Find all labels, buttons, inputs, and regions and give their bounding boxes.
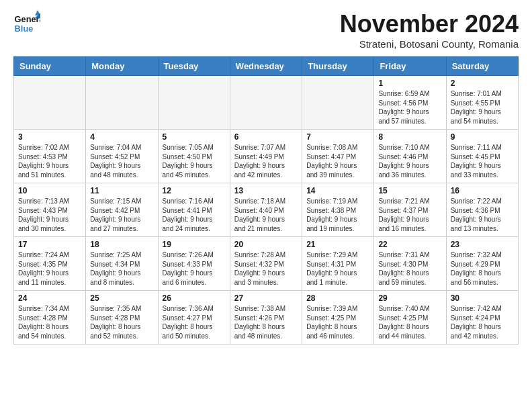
day-info: Sunrise: 7:28 AMSunset: 4:32 PMDaylight:… — [234, 250, 298, 287]
calendar-cell: 18Sunrise: 7:25 AMSunset: 4:34 PMDayligh… — [86, 237, 158, 291]
calendar-cell: 10Sunrise: 7:13 AMSunset: 4:43 PMDayligh… — [14, 183, 86, 237]
calendar-cell — [230, 76, 302, 130]
day-number: 2 — [451, 79, 514, 88]
calendar-cell: 23Sunrise: 7:32 AMSunset: 4:29 PMDayligh… — [446, 237, 518, 291]
day-number: 10 — [18, 186, 81, 195]
calendar-cell: 20Sunrise: 7:28 AMSunset: 4:32 PMDayligh… — [230, 237, 302, 291]
day-number: 15 — [378, 186, 441, 195]
day-number: 1 — [378, 79, 441, 88]
day-info: Sunrise: 7:02 AMSunset: 4:53 PMDaylight:… — [18, 143, 81, 179]
day-info: Sunrise: 7:08 AMSunset: 4:47 PMDaylight:… — [306, 143, 369, 179]
day-number: 13 — [234, 186, 298, 195]
weekday-header-row: Sunday Monday Tuesday Wednesday Thursday… — [14, 57, 519, 76]
header-monday: Monday — [86, 57, 158, 76]
day-number: 9 — [451, 132, 514, 142]
calendar-cell: 29Sunrise: 7:40 AMSunset: 4:25 PMDayligh… — [374, 291, 446, 345]
day-info: Sunrise: 7:38 AMSunset: 4:26 PMDaylight:… — [234, 304, 298, 340]
calendar-cell: 6Sunrise: 7:07 AMSunset: 4:49 PMDaylight… — [230, 130, 302, 183]
day-number: 28 — [306, 293, 369, 303]
day-info: Sunrise: 7:29 AMSunset: 4:31 PMDaylight:… — [306, 250, 369, 287]
header: General Blue November 2024 Strateni, Bot… — [13, 10, 519, 50]
month-title: November 2024 — [340, 10, 519, 38]
calendar-cell: 12Sunrise: 7:16 AMSunset: 4:41 PMDayligh… — [158, 183, 230, 237]
day-info: Sunrise: 7:32 AMSunset: 4:29 PMDaylight:… — [451, 250, 514, 287]
day-number: 30 — [451, 293, 514, 303]
calendar-cell: 30Sunrise: 7:42 AMSunset: 4:24 PMDayligh… — [446, 291, 518, 345]
day-info: Sunrise: 7:11 AMSunset: 4:45 PMDaylight:… — [451, 143, 514, 179]
week-row-3: 17Sunrise: 7:24 AMSunset: 4:35 PMDayligh… — [14, 237, 519, 291]
day-number: 26 — [163, 293, 226, 303]
header-wednesday: Wednesday — [230, 57, 302, 76]
day-number: 19 — [163, 240, 226, 249]
day-info: Sunrise: 7:16 AMSunset: 4:41 PMDaylight:… — [163, 197, 226, 233]
calendar-cell: 16Sunrise: 7:22 AMSunset: 4:36 PMDayligh… — [446, 183, 518, 237]
day-info: Sunrise: 7:26 AMSunset: 4:33 PMDaylight:… — [163, 250, 226, 287]
location: Strateni, Botosani County, Romania — [340, 38, 519, 50]
day-number: 29 — [378, 293, 441, 303]
calendar-cell: 17Sunrise: 7:24 AMSunset: 4:35 PMDayligh… — [14, 237, 86, 291]
title-section: November 2024 Strateni, Botosani County,… — [340, 10, 519, 50]
header-saturday: Saturday — [446, 57, 518, 76]
day-info: Sunrise: 7:24 AMSunset: 4:35 PMDaylight:… — [18, 250, 81, 287]
day-info: Sunrise: 7:13 AMSunset: 4:43 PMDaylight:… — [18, 197, 81, 233]
calendar-cell: 13Sunrise: 7:18 AMSunset: 4:40 PMDayligh… — [230, 183, 302, 237]
day-info: Sunrise: 7:34 AMSunset: 4:28 PMDaylight:… — [18, 304, 81, 340]
calendar-cell — [86, 76, 158, 130]
calendar-cell: 1Sunrise: 6:59 AMSunset: 4:56 PMDaylight… — [374, 76, 446, 130]
day-info: Sunrise: 7:39 AMSunset: 4:25 PMDaylight:… — [306, 304, 369, 340]
calendar-cell: 28Sunrise: 7:39 AMSunset: 4:25 PMDayligh… — [302, 291, 374, 345]
day-number: 23 — [451, 240, 514, 249]
day-info: Sunrise: 7:21 AMSunset: 4:37 PMDaylight:… — [378, 197, 441, 233]
day-number: 18 — [90, 240, 153, 249]
day-info: Sunrise: 7:25 AMSunset: 4:34 PMDaylight:… — [90, 250, 153, 287]
day-number: 17 — [18, 240, 81, 249]
day-number: 20 — [234, 240, 298, 249]
day-number: 8 — [378, 132, 441, 142]
calendar-cell — [14, 76, 86, 130]
calendar-cell: 11Sunrise: 7:15 AMSunset: 4:42 PMDayligh… — [86, 183, 158, 237]
day-number: 22 — [378, 240, 441, 249]
calendar-cell: 27Sunrise: 7:38 AMSunset: 4:26 PMDayligh… — [230, 291, 302, 345]
calendar-cell: 2Sunrise: 7:01 AMSunset: 4:55 PMDaylight… — [446, 76, 518, 130]
calendar-cell: 9Sunrise: 7:11 AMSunset: 4:45 PMDaylight… — [446, 130, 518, 183]
day-number: 21 — [306, 240, 369, 249]
calendar-cell: 14Sunrise: 7:19 AMSunset: 4:38 PMDayligh… — [302, 183, 374, 237]
calendar-cell: 4Sunrise: 7:04 AMSunset: 4:52 PMDaylight… — [86, 130, 158, 183]
logo: General Blue — [13, 10, 43, 37]
day-number: 12 — [163, 186, 226, 195]
day-info: Sunrise: 7:05 AMSunset: 4:50 PMDaylight:… — [163, 143, 226, 179]
calendar-cell: 15Sunrise: 7:21 AMSunset: 4:37 PMDayligh… — [374, 183, 446, 237]
week-row-2: 10Sunrise: 7:13 AMSunset: 4:43 PMDayligh… — [14, 183, 519, 237]
calendar-cell: 21Sunrise: 7:29 AMSunset: 4:31 PMDayligh… — [302, 237, 374, 291]
day-info: Sunrise: 7:10 AMSunset: 4:46 PMDaylight:… — [378, 143, 441, 179]
day-number: 16 — [451, 186, 514, 195]
calendar-table: Sunday Monday Tuesday Wednesday Thursday… — [13, 56, 519, 345]
day-info: Sunrise: 7:31 AMSunset: 4:30 PMDaylight:… — [378, 250, 441, 287]
day-info: Sunrise: 6:59 AMSunset: 4:56 PMDaylight:… — [378, 89, 441, 126]
header-thursday: Thursday — [302, 57, 374, 76]
calendar-cell: 25Sunrise: 7:35 AMSunset: 4:28 PMDayligh… — [86, 291, 158, 345]
day-info: Sunrise: 7:40 AMSunset: 4:25 PMDaylight:… — [378, 304, 441, 340]
calendar-cell: 7Sunrise: 7:08 AMSunset: 4:47 PMDaylight… — [302, 130, 374, 183]
day-info: Sunrise: 7:15 AMSunset: 4:42 PMDaylight:… — [90, 197, 153, 233]
day-number: 5 — [163, 132, 226, 142]
day-number: 4 — [90, 132, 153, 142]
day-info: Sunrise: 7:36 AMSunset: 4:27 PMDaylight:… — [163, 304, 226, 340]
calendar-cell: 3Sunrise: 7:02 AMSunset: 4:53 PMDaylight… — [14, 130, 86, 183]
week-row-1: 3Sunrise: 7:02 AMSunset: 4:53 PMDaylight… — [14, 130, 519, 183]
header-tuesday: Tuesday — [158, 57, 230, 76]
calendar-cell: 5Sunrise: 7:05 AMSunset: 4:50 PMDaylight… — [158, 130, 230, 183]
day-info: Sunrise: 7:35 AMSunset: 4:28 PMDaylight:… — [90, 304, 153, 340]
day-info: Sunrise: 7:07 AMSunset: 4:49 PMDaylight:… — [234, 143, 298, 179]
calendar-cell — [158, 76, 230, 130]
calendar-cell: 26Sunrise: 7:36 AMSunset: 4:27 PMDayligh… — [158, 291, 230, 345]
day-info: Sunrise: 7:42 AMSunset: 4:24 PMDaylight:… — [451, 304, 514, 340]
day-number: 11 — [90, 186, 153, 195]
calendar-cell: 19Sunrise: 7:26 AMSunset: 4:33 PMDayligh… — [158, 237, 230, 291]
calendar-cell: 22Sunrise: 7:31 AMSunset: 4:30 PMDayligh… — [374, 237, 446, 291]
day-info: Sunrise: 7:22 AMSunset: 4:36 PMDaylight:… — [451, 197, 514, 233]
day-number: 7 — [306, 132, 369, 142]
week-row-4: 24Sunrise: 7:34 AMSunset: 4:28 PMDayligh… — [14, 291, 519, 345]
calendar-cell: 24Sunrise: 7:34 AMSunset: 4:28 PMDayligh… — [14, 291, 86, 345]
day-info: Sunrise: 7:18 AMSunset: 4:40 PMDaylight:… — [234, 197, 298, 233]
